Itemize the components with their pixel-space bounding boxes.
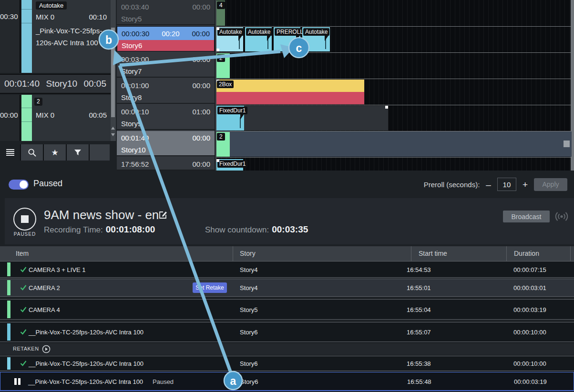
flag-icon — [296, 35, 300, 41]
check-icon — [20, 284, 27, 291]
toggle-knob — [20, 181, 28, 189]
filter-button[interactable] — [67, 144, 90, 161]
apply-button[interactable]: Apply — [534, 178, 567, 191]
column-story[interactable]: Story — [240, 250, 256, 257]
check-icon — [20, 266, 27, 273]
timeline-block-autotake-3[interactable]: Autotake — [302, 27, 330, 51]
table-row-selected[interactable]: __Pink-Vox-TC-25fps-120s-AVC Intra 100 P… — [0, 372, 574, 391]
flag-icon — [325, 35, 329, 41]
story-label: Story10 — [117, 144, 215, 155]
retaken-separator: RETAKEN — [0, 343, 574, 355]
favorites-button[interactable]: ★ — [44, 144, 67, 161]
story-cell-story9[interactable]: 00:00:1001:00 Story9 — [117, 105, 215, 130]
story-cell-story10-selected[interactable]: 00:01:4000:00 Story10 — [117, 131, 215, 156]
edit-icon[interactable] — [158, 210, 168, 220]
preroll-label: Preroll (seconds): — [424, 181, 480, 189]
column-item[interactable]: Item — [16, 250, 29, 257]
story-label: Story8 — [117, 92, 215, 103]
story-label: Story5 — [117, 13, 215, 24]
item-color-bar — [7, 301, 10, 318]
next-item-progress-bar — [21, 95, 32, 141]
timeline-block-2box-video[interactable] — [216, 80, 364, 92]
player-scrollbar[interactable] — [111, 0, 116, 141]
toolbar-spacer — [90, 144, 110, 161]
transition-label: MIX 0 — [36, 111, 54, 119]
show-title: 9AM news show - en — [44, 208, 159, 222]
timeline-block-fixeddur-next[interactable]: FixedDur1 — [216, 159, 243, 171]
player-panel: 00:30 Autotake MIX 0 00:10 _Pink-Vox-TC-… — [0, 0, 116, 171]
item-status: Paused — [153, 378, 174, 385]
search-button[interactable] — [21, 144, 44, 161]
table-row[interactable]: CAMERA 4 Story5 16:55:04 00:00:03:19 — [0, 299, 574, 320]
stop-button[interactable] — [13, 208, 36, 231]
timeline-block-fixeddur-story9[interactable]: FixedDur1 — [216, 106, 244, 131]
timeline-block-autotake-2[interactable]: Autotake — [245, 27, 272, 51]
next-item-offset: 00:00 — [0, 95, 20, 141]
transition-duration: 00:05 — [89, 111, 107, 119]
current-item-offset: 00:30 — [0, 0, 20, 73]
app-root: 00:30 Autotake MIX 0 00:10 _Pink-Vox-TC-… — [0, 0, 574, 392]
clip-end-handle[interactable] — [564, 141, 570, 147]
table-row[interactable]: __Pink-Vox-TC-25fps-120s-AVC Intra 100 S… — [0, 356, 574, 371]
story-elapsed: 00:01:40 — [4, 79, 40, 89]
preroll-decrement-button[interactable]: – — [486, 180, 491, 189]
recording-time-value: 00:01:08:00 — [106, 224, 155, 234]
timeline-row-story10-selected[interactable] — [216, 131, 572, 157]
story-cell-next[interactable]: 17:56:5200:00 — [117, 157, 215, 171]
timeline-block-2box-audio[interactable] — [216, 92, 364, 104]
story-label: Story9 — [117, 118, 215, 129]
scroll-down-icon[interactable] — [111, 133, 115, 136]
menu-icon — [6, 149, 14, 156]
story-cell-story8[interactable]: 00:01:0000:00 Story8 — [117, 79, 215, 104]
check-icon — [20, 360, 27, 367]
pause-icon — [14, 378, 20, 385]
column-start-time[interactable]: Start time — [419, 250, 447, 257]
table-row[interactable]: __Pink-Vox-TC-25fps-120s-AVC Intra 100 S… — [0, 322, 574, 342]
set-retake-button[interactable]: Set Retake — [193, 282, 227, 293]
countdown-value: 00:03:35 — [272, 224, 308, 234]
story-cell-story7[interactable]: 00:03:0000:00 Story7 — [117, 52, 215, 78]
item-color-bar — [7, 262, 10, 276]
story-cell-story6-onair[interactable]: 00:00:3000:2000:00 Story6 — [117, 26, 215, 51]
stop-icon — [21, 215, 29, 223]
story-cell-story5[interactable]: 00:03:4000:00 Story5 — [117, 0, 215, 25]
transition-row: MIX 0 00:10 — [36, 13, 107, 21]
filter-icon — [74, 149, 82, 156]
block-label: FixedDur1 — [217, 160, 247, 168]
timeline-canvas[interactable]: 4 Autotake Autotake PREROLL Autotake 2 — [215, 0, 571, 171]
scrollbar-thumb[interactable] — [111, 28, 115, 117]
autotake-badge: Autotake — [36, 1, 67, 10]
scroll-up-icon[interactable] — [111, 127, 115, 130]
check-icon — [20, 306, 27, 313]
block-label: PREROLL — [275, 28, 305, 36]
player-state-label: PAUSED — [9, 231, 41, 237]
rundown-story-list: 00:03:4000:00 Story5 00:00:3000:2000:00 … — [117, 0, 215, 171]
current-item-card[interactable]: Autotake MIX 0 00:10 _Pink-Vox-TC-25fps-… — [21, 0, 111, 73]
item-color-bar — [7, 280, 10, 295]
items-table-header: Item Story Start time Duration — [0, 246, 574, 261]
item-color-bar — [7, 323, 10, 341]
table-row[interactable]: CAMERA 3 + LIVE 1 Story4 16:54:53 00:00:… — [0, 261, 574, 278]
timeline-block-preroll[interactable]: PREROLL — [274, 27, 300, 51]
pause-toggle[interactable] — [9, 180, 29, 190]
flag-icon — [238, 35, 243, 41]
search-icon — [28, 148, 37, 157]
table-row[interactable]: CAMERA 2 Set Retake Story4 16:55:01 00:0… — [0, 279, 574, 297]
transition-row: MIX 0 00:05 — [36, 111, 107, 119]
check-icon — [20, 329, 27, 335]
next-item-card[interactable]: 2 MIX 0 00:05 — [21, 95, 111, 141]
preroll-input[interactable] — [497, 178, 516, 191]
story-label: Story7 — [117, 66, 215, 77]
broadcast-button[interactable]: Broadcast — [503, 211, 550, 222]
timeline-block-autotake-1[interactable]: Autotake — [216, 27, 243, 51]
show-header-card: PAUSED 9AM news show - en Recording Time… — [5, 198, 574, 244]
current-item-progress-bar — [21, 0, 32, 73]
play-icon[interactable] — [42, 345, 51, 353]
story-group-header[interactable]: 00:01:40 Story10 00:05 — [0, 74, 111, 94]
item-color-bar — [7, 357, 10, 370]
star-icon: ★ — [51, 149, 58, 157]
preroll-increment-button[interactable]: + — [523, 180, 528, 189]
column-duration[interactable]: Duration — [514, 250, 539, 257]
show-countdown: Show countdown:00:03:35 — [205, 224, 308, 235]
menu-button[interactable] — [0, 144, 21, 161]
